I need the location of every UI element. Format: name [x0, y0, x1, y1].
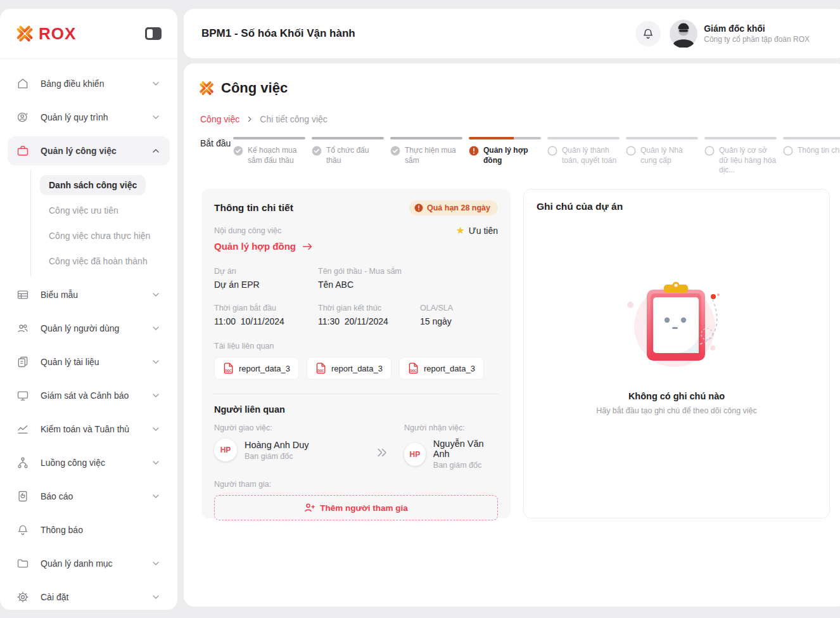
- chevron-down-icon: [151, 323, 161, 333]
- sidebar-item-users[interactable]: Quản lý người dùng: [8, 314, 170, 343]
- audit-chart-icon: [16, 423, 29, 435]
- assignee-block: Người nhận việc: HP Nguyễn Văn Anh Ban g…: [404, 423, 498, 470]
- user-menu[interactable]: Giám đốc khối Công ty cổ phần tập đoàn R…: [670, 20, 810, 48]
- sidebar-item-reports[interactable]: Báo cáo: [8, 482, 170, 511]
- documents-label: Tài liệu liên quan: [214, 342, 498, 351]
- step-general-info[interactable]: Thông tin chung: [783, 137, 840, 176]
- breadcrumb-chevron-icon: [246, 115, 253, 123]
- documents-icon: [16, 356, 29, 368]
- process-stepper: Bắt đầu Kế hoạch mua sắm đấu thầu Tổ chứ…: [200, 137, 840, 176]
- project-field: Dự án Dự án EPR: [214, 267, 318, 290]
- divider: [213, 394, 499, 394]
- step-bar: [312, 137, 384, 139]
- assignee-avatar: HP: [404, 443, 426, 466]
- chevron-down-icon: [151, 357, 161, 367]
- submenu-item-task-list[interactable]: Danh sách công việc: [31, 172, 177, 198]
- start-time-field: Thời gian bắt đầu 11:00 10/11/2024: [214, 304, 318, 326]
- sidebar-nav: Bảng điều khiển Quản lý quy trình Quản l…: [0, 59, 177, 616]
- step-contract-management[interactable]: Quản lý hợp đồng: [469, 137, 547, 176]
- step-payment[interactable]: Quản lý thành toán, quyết toán: [547, 137, 626, 176]
- bell-icon: [16, 524, 29, 536]
- step-bar: [233, 137, 305, 139]
- sidebar-item-documents[interactable]: Quản lý tài liệu: [8, 347, 170, 377]
- sidebar-item-tasks[interactable]: Quản lý công việc: [8, 136, 170, 165]
- assigner-block: Người giao việc: HP Hoàng Anh Duy Ban gi…: [214, 423, 360, 470]
- user-name: Giám đốc khối: [704, 23, 810, 34]
- bell-icon: [642, 27, 654, 40]
- step-bar: [626, 137, 698, 139]
- sidebar-item-workflow[interactable]: Luồng công việc: [8, 448, 170, 477]
- submenu-item-done-tasks[interactable]: Công việc đã hoàn thành: [31, 248, 177, 274]
- notes-empty-subtitle: Hãy bắt đầu tạo ghi chú để theo dõi công…: [596, 406, 757, 415]
- add-participant-button[interactable]: Thêm người tham gia: [214, 495, 498, 520]
- circle-icon: [547, 146, 557, 156]
- workflow-icon: [16, 456, 29, 469]
- submenu-item-pending-tasks[interactable]: Công việc chưa thực hiện: [31, 223, 177, 248]
- document-chip[interactable]: DOC report_data_3: [214, 357, 299, 380]
- collapse-sidebar-icon[interactable]: [144, 27, 162, 41]
- sidebar-item-notifications[interactable]: Thông báo: [8, 515, 170, 544]
- alert-icon: [414, 203, 423, 212]
- rox-logo-icon: [15, 24, 34, 43]
- project-notes-card: Ghi chú của dự án: [523, 189, 830, 518]
- chevron-down-icon: [151, 491, 161, 501]
- submenu-item-priority-tasks[interactable]: Công việc ưu tiên: [31, 198, 177, 223]
- step-bidding[interactable]: Tổ chức đấu thầu: [312, 137, 390, 176]
- gear-icon: [16, 591, 29, 603]
- svg-text:DOC: DOC: [225, 370, 232, 373]
- document-chip[interactable]: DOC report_data_3: [307, 357, 391, 380]
- home-icon: [16, 77, 29, 90]
- sidebar-item-forms[interactable]: Biểu mẫu: [8, 280, 170, 309]
- step-bar: [390, 137, 462, 139]
- doc-file-icon: DOC: [408, 363, 419, 374]
- notification-bell-button[interactable]: [635, 21, 661, 46]
- sidebar-item-label: Cài đặt: [41, 592, 68, 602]
- sidebar-item-label: Bảng điều khiển: [41, 79, 104, 89]
- package-field: Tên gói thầu - Mua sắm Tên ABC: [318, 267, 498, 290]
- step-supplier[interactable]: Quản lý Nhà cung cấp: [626, 137, 704, 176]
- circle-icon: [704, 146, 715, 156]
- overdue-badge: Quá hạn 28 ngày: [409, 200, 498, 216]
- sidebar-item-label: Biểu mẫu: [41, 290, 78, 300]
- sidebar-item-dashboard[interactable]: Bảng điều khiển: [8, 69, 170, 98]
- sidebar: ROX Bảng điều khiển Quản lý quy trình: [0, 9, 177, 610]
- chevron-down-icon: [151, 458, 161, 468]
- check-icon: [390, 146, 400, 156]
- double-chevron-icon: [376, 447, 388, 458]
- svg-text:DOC: DOC: [410, 370, 417, 373]
- handover-arrow: [360, 423, 404, 470]
- sidebar-item-label: Thông báo: [41, 525, 83, 535]
- check-icon: [312, 146, 322, 156]
- process-icon: [16, 111, 29, 124]
- sidebar-item-audit[interactable]: Kiểm toán và Tuân thủ: [8, 415, 170, 444]
- end-time-field: Thời gian kết thúc 11:30 20/11/2024: [318, 304, 420, 326]
- step-purchasing[interactable]: Thực hiện mua sắm: [390, 137, 469, 176]
- sidebar-item-label: Quản lý công việc: [41, 146, 117, 156]
- detail-card-title: Thông tin chi tiết: [214, 202, 293, 214]
- breadcrumb-link-tasks[interactable]: Công việc: [200, 114, 239, 124]
- task-name-link[interactable]: Quản lý hợp đồng: [214, 241, 498, 252]
- sidebar-item-monitoring[interactable]: Giám sát và Cảnh báo: [8, 381, 170, 410]
- chevron-down-icon: [151, 558, 161, 569]
- svg-text:DOC: DOC: [317, 370, 324, 373]
- document-chip[interactable]: DOC report_data_3: [399, 357, 484, 380]
- sidebar-header: ROX: [0, 9, 177, 59]
- star-icon: ★: [455, 226, 464, 236]
- step-procurement-plan[interactable]: Kế hoạch mua sắm đấu thầu: [233, 137, 312, 176]
- sidebar-item-categories[interactable]: Quản lý danh mục: [8, 549, 170, 578]
- assigner-avatar: HP: [214, 439, 237, 461]
- sidebar-item-label: Quản lý người dùng: [41, 323, 119, 333]
- circle-icon: [626, 146, 636, 156]
- form-table-icon: [16, 288, 29, 301]
- sla-field: OLA/SLA 15 ngày: [420, 304, 498, 326]
- sidebar-item-process[interactable]: Quản lý quy trình: [8, 103, 170, 132]
- participants-label: Người tham gia:: [214, 480, 498, 489]
- breadcrumb-current: Chi tiết công việc: [260, 114, 328, 124]
- arrow-right-icon: [302, 242, 313, 251]
- step-database[interactable]: Quản lý cơ sở dữ liệu hàng hóa dịc...: [704, 137, 783, 176]
- sidebar-item-settings[interactable]: Cài đặt: [8, 583, 170, 612]
- sidebar-item-label: Luồng công việc: [41, 458, 105, 468]
- document-chips: DOC report_data_3 DOC report_data_3 DOC …: [214, 357, 498, 380]
- task-page-icon: [198, 80, 215, 96]
- avatar: [670, 20, 697, 48]
